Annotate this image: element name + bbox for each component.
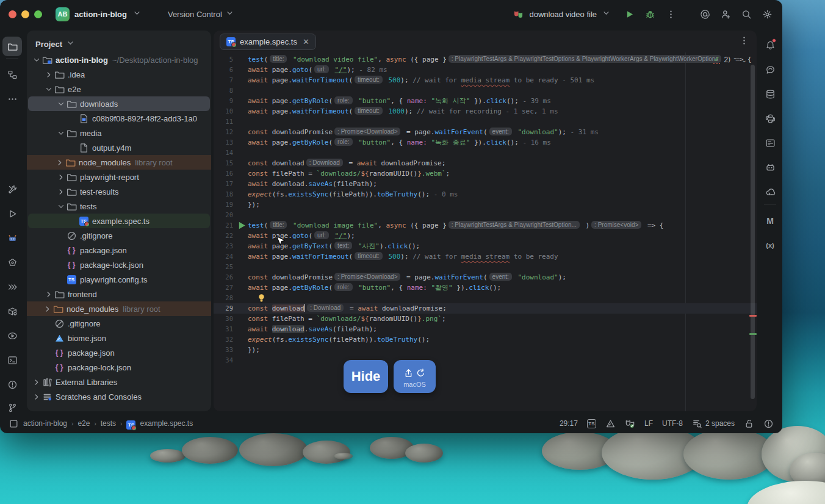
python-packages-tool-button[interactable] xyxy=(760,109,780,128)
caret-position[interactable]: 29:17 xyxy=(560,419,578,428)
tree-item-Scratches-and-Consoles[interactable]: Scratches and Consoles xyxy=(28,389,210,404)
line-number[interactable]: 14 xyxy=(214,148,236,158)
fullscreen-window-button[interactable] xyxy=(34,10,42,18)
database-tool-button[interactable] xyxy=(760,84,780,104)
code-line-16[interactable]: 16 const filePath = `downloads/${randomU… xyxy=(214,168,757,179)
line-number[interactable]: 20 xyxy=(214,210,236,220)
code-line-5[interactable]: 5test(title: "download video file", asyn… xyxy=(214,54,757,65)
tree-item-.idea[interactable]: .idea xyxy=(28,67,210,82)
code-line-18[interactable]: 18 expect(fs.existsSync(filePath)).toBeT… xyxy=(214,189,757,200)
run-tool-button[interactable] xyxy=(2,204,22,223)
minimize-window-button[interactable] xyxy=(21,10,29,18)
tab-options-icon[interactable] xyxy=(739,35,749,48)
line-number[interactable]: 10 xyxy=(214,106,236,117)
biome-status-icon[interactable] xyxy=(605,419,616,429)
tree-item-c08b9f08-892f-48f2-add3-1a0[interactable]: c08b9f08-892f-48f2-add3-1a0 xyxy=(28,111,210,126)
tree-item-action-in-blog[interactable]: action-in-blog~/Desktop/action-in-blog xyxy=(28,52,210,67)
code-line-22[interactable]: 22 await page.goto(url: "/"); xyxy=(214,231,757,241)
code-line-7[interactable]: 7 await page.waitForTimeout(timeout: 500… xyxy=(214,75,757,85)
indent-selector[interactable]: 2 spaces xyxy=(692,419,735,429)
chevron-down-icon[interactable] xyxy=(56,201,66,211)
line-number[interactable]: 21 xyxy=(214,220,236,231)
tree-item-biome.json[interactable]: biome.json xyxy=(28,331,210,345)
tree-item-package.json[interactable]: { }package.json xyxy=(28,345,210,360)
ai-chat-tool-button[interactable] xyxy=(760,157,780,177)
version-control-menu[interactable]: Version Control xyxy=(168,8,235,20)
playwright-status-icon[interactable] xyxy=(625,419,635,429)
code-line-32[interactable]: 32 expect(fs.existsSync(filePath)).toBeT… xyxy=(214,334,757,345)
line-number[interactable]: 8 xyxy=(214,85,236,96)
tree-item-package-lock.json[interactable]: { }package-lock.json xyxy=(28,360,210,375)
breadcrumb-action-in-blog[interactable]: action-in-blog xyxy=(23,419,67,428)
more-actions-button[interactable] xyxy=(664,7,677,21)
code-line-29[interactable]: 29 const download: Download = await down… xyxy=(214,303,757,314)
code-line-10[interactable]: 10 await page.waitForTimeout(timeout: 10… xyxy=(214,106,757,117)
services-tool-button[interactable] xyxy=(2,301,22,321)
tree-item-frontend[interactable]: frontend xyxy=(28,287,210,301)
code-line-14[interactable]: 14 xyxy=(214,148,757,158)
ai-assistant-button[interactable] xyxy=(698,7,712,21)
line-number[interactable]: 33 xyxy=(214,345,236,355)
line-ending-selector[interactable]: LF xyxy=(644,419,653,428)
code-line-6[interactable]: 6 await page.goto(url: "/"); - 82 ms xyxy=(214,65,757,75)
tree-item-tests[interactable]: tests xyxy=(28,199,210,214)
line-number[interactable]: 30 xyxy=(214,314,236,324)
error-stripe-mark[interactable] xyxy=(749,315,757,317)
line-number[interactable]: 28 xyxy=(214,293,236,303)
code-line-31[interactable]: 31 await download.saveAs(filePath); xyxy=(214,324,757,334)
code-line-21[interactable]: 21test(title: "download image file", asy… xyxy=(214,220,757,231)
line-number[interactable]: 6 xyxy=(214,65,236,75)
next-problem-icon[interactable]: ⌄ xyxy=(742,57,747,63)
settings-button[interactable] xyxy=(760,7,774,21)
previous-problem-icon[interactable]: ⌃ xyxy=(732,57,737,63)
code-line-17[interactable]: 17 await download.saveAs(filePath); xyxy=(214,179,757,189)
problems-tool-button[interactable] xyxy=(2,375,22,394)
line-number[interactable]: 29 xyxy=(214,303,236,314)
tree-item-downloads[interactable]: downloads xyxy=(28,96,210,111)
chevron-down-icon[interactable] xyxy=(32,55,41,65)
line-number[interactable]: 9 xyxy=(214,96,236,106)
code-line-25[interactable]: 25 xyxy=(214,262,757,272)
breadcrumb-tests[interactable]: tests xyxy=(101,419,116,428)
search-everywhere-button[interactable] xyxy=(740,7,753,21)
tree-item-.gitignore[interactable]: .gitignore xyxy=(28,228,210,243)
line-number[interactable]: 32 xyxy=(214,334,236,345)
cloud-shell-tool-button[interactable] xyxy=(760,182,780,201)
code-line-23[interactable]: 23 await page.getByText(text: "사진").clic… xyxy=(214,241,757,251)
tree-item-node-modules[interactable]: node_moduleslibrary root xyxy=(27,155,211,170)
chevron-right-icon[interactable] xyxy=(32,392,41,401)
line-number[interactable]: 19 xyxy=(214,200,236,210)
terminal-tool-button[interactable] xyxy=(2,350,22,370)
chevron-down-icon[interactable] xyxy=(44,84,54,94)
tab-example-spec-ts[interactable]: TS example.spec.ts ✕ xyxy=(220,34,316,50)
code-line-33[interactable]: 33}); xyxy=(214,345,757,355)
variables-tool-button[interactable]: (x) xyxy=(760,236,780,255)
tree-item-.gitignore[interactable]: .gitignore xyxy=(28,316,210,331)
chevron-right-icon[interactable] xyxy=(32,377,41,387)
line-number[interactable]: 12 xyxy=(214,127,236,137)
tree-item-package.json[interactable]: { }package.json xyxy=(28,243,210,257)
run-configuration-selector[interactable]: download video file xyxy=(511,7,611,21)
line-number[interactable]: 17 xyxy=(214,179,236,189)
inspections-widget[interactable]: ✓ 2 ⌃ ⌄ xyxy=(713,56,747,64)
code-with-me-button[interactable] xyxy=(719,7,732,21)
more-tool-windows-tool-button[interactable] xyxy=(2,89,22,109)
code-line-24[interactable]: 24 await page.waitForTimeout(timeout: 50… xyxy=(214,251,757,262)
error-indicator-icon[interactable] xyxy=(763,419,774,429)
chevron-right-icon[interactable] xyxy=(56,172,66,182)
profiler-tool-button[interactable] xyxy=(2,326,22,345)
chevron-down-icon[interactable] xyxy=(65,38,76,50)
line-number[interactable]: 15 xyxy=(214,158,236,168)
project-menu[interactable]: action-in-blog xyxy=(74,8,142,20)
macos-share-button[interactable]: macOS xyxy=(394,360,436,393)
tree-item-package-lock.json[interactable]: { }package-lock.json xyxy=(28,257,210,272)
code-line-19[interactable]: 19}); xyxy=(214,200,757,210)
notifications-tool-button[interactable] xyxy=(760,35,780,55)
code-line-28[interactable]: 28 xyxy=(214,293,757,303)
line-number[interactable]: 31 xyxy=(214,324,236,334)
line-number[interactable]: 16 xyxy=(214,168,236,179)
line-number[interactable]: 25 xyxy=(214,262,236,272)
hide-overlay-button[interactable]: Hide xyxy=(344,360,388,393)
commit-tool-button[interactable] xyxy=(2,65,22,84)
run-test-gutter-icon[interactable] xyxy=(236,220,248,231)
